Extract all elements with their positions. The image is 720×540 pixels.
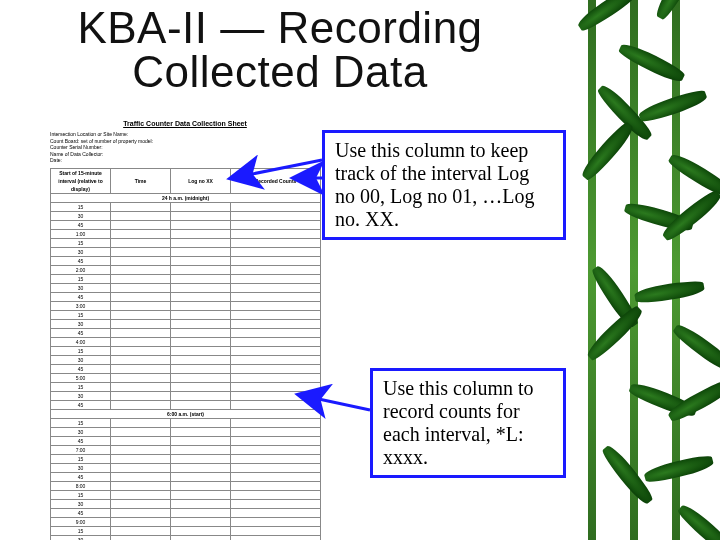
cell-rec — [231, 247, 321, 256]
cell-start: 15 — [51, 238, 111, 247]
table-row: 4:00 — [51, 337, 321, 346]
cell-log — [171, 247, 231, 256]
cell-start: 7:00 — [51, 445, 111, 454]
table-row: 15 — [51, 274, 321, 283]
cell-log — [171, 202, 231, 211]
cell-rec — [231, 220, 321, 229]
cell-time — [111, 355, 171, 364]
table-row: 30 — [51, 535, 321, 540]
cell-rec — [231, 535, 321, 540]
col-header-rec: Recorded Counts — [231, 168, 321, 193]
cell-start: 1:00 — [51, 229, 111, 238]
cell-log — [171, 535, 231, 540]
cell-start: 45 — [51, 364, 111, 373]
cell-start: 45 — [51, 436, 111, 445]
cell-start: 2:00 — [51, 265, 111, 274]
cell-rec — [231, 499, 321, 508]
table-row: 15 — [51, 346, 321, 355]
callout-recorded-counts-column: Use this column to record counts for eac… — [370, 368, 566, 478]
cell-log — [171, 517, 231, 526]
cell-time — [111, 256, 171, 265]
cell-rec — [231, 418, 321, 427]
col-header-start: Start of 15-minute interval (relative to… — [51, 168, 111, 193]
cell-log — [171, 274, 231, 283]
cell-start: 45 — [51, 220, 111, 229]
cell-log — [171, 328, 231, 337]
table-row: 15 — [51, 310, 321, 319]
cell-log — [171, 463, 231, 472]
callout-log-column: Use this column to keep track of the int… — [322, 130, 566, 240]
cell-rec — [231, 256, 321, 265]
cell-log — [171, 256, 231, 265]
cell-start: 3:00 — [51, 301, 111, 310]
cell-log — [171, 454, 231, 463]
table-row: 30 — [51, 247, 321, 256]
cell-time — [111, 319, 171, 328]
cell-time — [111, 400, 171, 409]
cell-log — [171, 427, 231, 436]
cell-time — [111, 328, 171, 337]
cell-time — [111, 391, 171, 400]
table-row: 30 — [51, 355, 321, 364]
cell-rec — [231, 364, 321, 373]
table-row: 2:00 — [51, 265, 321, 274]
table-row: 30 — [51, 391, 321, 400]
cell-rec — [231, 238, 321, 247]
cell-time — [111, 508, 171, 517]
cell-rec — [231, 391, 321, 400]
cell-time — [111, 382, 171, 391]
cell-start: 45 — [51, 328, 111, 337]
cell-time — [111, 481, 171, 490]
section-label: 6:00 a.m. (start) — [51, 409, 321, 418]
cell-start: 45 — [51, 292, 111, 301]
cell-time — [111, 472, 171, 481]
col-header-log: Log no XX — [171, 168, 231, 193]
cell-time — [111, 238, 171, 247]
table-row: 45 — [51, 472, 321, 481]
cell-start: 15 — [51, 310, 111, 319]
cell-time — [111, 229, 171, 238]
cell-time — [111, 436, 171, 445]
section-label: 24 h a.m. (midnight) — [51, 193, 321, 202]
table-row: 15 — [51, 382, 321, 391]
cell-log — [171, 310, 231, 319]
cell-time — [111, 499, 171, 508]
cell-rec — [231, 202, 321, 211]
cell-start: 45 — [51, 472, 111, 481]
cell-log — [171, 508, 231, 517]
table-row: 15 — [51, 490, 321, 499]
table-row: 30 — [51, 463, 321, 472]
cell-time — [111, 427, 171, 436]
cell-log — [171, 481, 231, 490]
cell-time — [111, 463, 171, 472]
cell-start: 15 — [51, 274, 111, 283]
bamboo-decoration — [570, 0, 720, 540]
cell-time — [111, 220, 171, 229]
cell-rec — [231, 472, 321, 481]
cell-rec — [231, 229, 321, 238]
cell-log — [171, 436, 231, 445]
table-row: 30 — [51, 283, 321, 292]
cell-rec — [231, 355, 321, 364]
cell-start: 8:00 — [51, 481, 111, 490]
table-row: 15 — [51, 202, 321, 211]
cell-log — [171, 319, 231, 328]
cell-time — [111, 418, 171, 427]
cell-log — [171, 238, 231, 247]
table-row: 30 — [51, 499, 321, 508]
cell-log — [171, 211, 231, 220]
cell-time — [111, 490, 171, 499]
cell-rec — [231, 454, 321, 463]
table-row: 3:00 — [51, 301, 321, 310]
cell-start: 30 — [51, 319, 111, 328]
cell-time — [111, 337, 171, 346]
cell-start: 30 — [51, 211, 111, 220]
cell-log — [171, 337, 231, 346]
cell-rec — [231, 400, 321, 409]
cell-time — [111, 346, 171, 355]
cell-start: 30 — [51, 247, 111, 256]
cell-time — [111, 301, 171, 310]
cell-time — [111, 526, 171, 535]
cell-rec — [231, 517, 321, 526]
cell-start: 15 — [51, 202, 111, 211]
